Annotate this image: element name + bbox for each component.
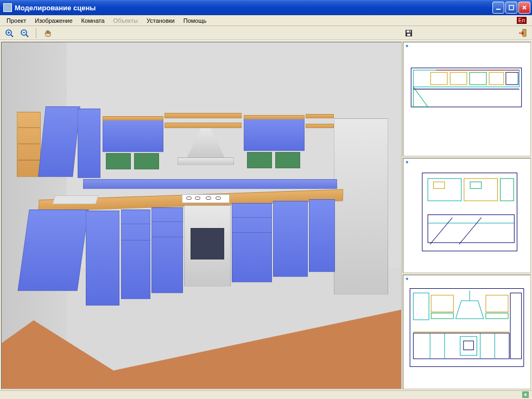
shelf-right xyxy=(306,114,334,118)
oven-window xyxy=(191,228,224,259)
scene-3d xyxy=(2,42,401,389)
glass-insert-2 xyxy=(134,153,159,169)
menu-image[interactable]: Изображение xyxy=(30,16,77,25)
svg-rect-23 xyxy=(422,173,517,251)
wall-cabinet-corner xyxy=(38,106,80,177)
svg-rect-27 xyxy=(428,215,514,243)
menubar: Проект Изображение Комната Объекты Устан… xyxy=(0,15,532,26)
svg-line-7 xyxy=(26,35,28,37)
statusbar xyxy=(0,390,532,399)
wall-cabinet-2-top xyxy=(103,116,163,121)
base-cabinet-2 xyxy=(121,210,150,299)
svg-rect-20 xyxy=(506,72,518,85)
close-button[interactable] xyxy=(518,2,530,14)
appliance-fridge xyxy=(334,118,388,295)
glass-insert-3 xyxy=(247,152,272,168)
base-cabinet-4 xyxy=(232,203,272,282)
svg-rect-38 xyxy=(510,293,522,358)
svg-rect-19 xyxy=(489,72,504,85)
svg-rect-16 xyxy=(430,72,447,85)
minimize-icon xyxy=(496,5,501,10)
menu-room[interactable]: Комната xyxy=(77,16,109,25)
zoom-out-icon xyxy=(20,29,29,37)
wall-cabinet-1 xyxy=(78,109,100,178)
zoom-out-button[interactable] xyxy=(18,27,30,39)
side-panel: ✦ ✦ xyxy=(403,42,531,389)
maximize-button[interactable] xyxy=(505,2,517,14)
svg-rect-17 xyxy=(450,72,467,85)
svg-rect-29 xyxy=(433,182,445,188)
view-side-elevation[interactable]: ✦ xyxy=(403,158,531,273)
hand-icon xyxy=(43,29,52,37)
zoom-in-icon xyxy=(5,29,14,37)
maximize-icon xyxy=(509,5,514,10)
menu-objects: Объекты xyxy=(109,16,142,25)
menu-help[interactable]: Помощь xyxy=(179,16,211,25)
status-icon xyxy=(522,392,529,399)
minimize-button[interactable] xyxy=(492,2,504,14)
save-icon xyxy=(404,29,413,37)
svg-rect-1 xyxy=(509,5,514,10)
toolbar-divider xyxy=(36,28,36,38)
svg-rect-0 xyxy=(496,9,501,10)
menu-project[interactable]: Проект xyxy=(2,16,30,25)
backsplash xyxy=(83,179,337,189)
window-controls xyxy=(492,2,530,14)
svg-rect-31 xyxy=(410,288,524,366)
viewport-3d[interactable] xyxy=(1,42,402,389)
main-area: ✦ ✦ xyxy=(0,40,532,390)
view-top-plan[interactable]: ✦ xyxy=(403,42,531,156)
view-front-elevation[interactable]: ✦ xyxy=(403,275,531,389)
glass-insert-4 xyxy=(275,152,300,168)
wall-cabinet-2 xyxy=(103,119,163,152)
hood-base xyxy=(178,157,234,165)
wireframe-side xyxy=(406,162,528,257)
svg-rect-30 xyxy=(470,182,482,188)
base-cabinet-1 xyxy=(86,211,119,306)
shelf-corner xyxy=(17,112,41,177)
svg-rect-34 xyxy=(431,313,453,318)
shelf-over-hood xyxy=(164,123,242,128)
svg-rect-37 xyxy=(486,313,508,318)
wireframe-top xyxy=(406,46,528,141)
svg-rect-48 xyxy=(524,393,527,396)
base-cabinet-6 xyxy=(309,199,335,272)
close-icon xyxy=(522,5,527,10)
menu-settings[interactable]: Установки xyxy=(142,16,179,25)
base-cabinet-5 xyxy=(273,201,308,277)
titlebar: Моделирование сцены xyxy=(0,0,532,15)
svg-line-3 xyxy=(11,35,13,37)
sink xyxy=(52,195,98,204)
svg-rect-32 xyxy=(413,293,429,319)
wall-cabinet-3-top xyxy=(244,115,305,119)
exit-door-icon xyxy=(518,28,528,38)
svg-rect-11 xyxy=(407,34,410,36)
svg-rect-12 xyxy=(409,30,410,32)
svg-rect-18 xyxy=(470,72,486,85)
save-button[interactable] xyxy=(403,27,415,39)
shelf-right-2 xyxy=(306,124,334,128)
svg-rect-26 xyxy=(501,179,514,201)
shelf-over-hood-2 xyxy=(164,113,242,118)
svg-rect-15 xyxy=(413,70,519,87)
language-indicator[interactable]: En xyxy=(517,17,527,24)
pan-button[interactable] xyxy=(42,27,54,39)
svg-rect-14 xyxy=(411,68,521,107)
svg-rect-33 xyxy=(431,295,453,312)
window-title: Моделирование сцены xyxy=(15,4,96,12)
app-icon xyxy=(3,3,12,12)
glass-insert-1 xyxy=(106,153,131,169)
wireframe-front xyxy=(406,278,528,373)
svg-rect-42 xyxy=(464,341,473,350)
exit-button[interactable] xyxy=(517,27,529,39)
base-cabinet-corner xyxy=(17,210,88,291)
base-cabinet-3 xyxy=(151,207,183,293)
toolbar xyxy=(0,26,532,40)
wall-cabinet-3 xyxy=(244,118,305,151)
svg-rect-36 xyxy=(486,295,508,312)
svg-rect-41 xyxy=(460,336,477,355)
zoom-in-button[interactable] xyxy=(3,27,15,39)
